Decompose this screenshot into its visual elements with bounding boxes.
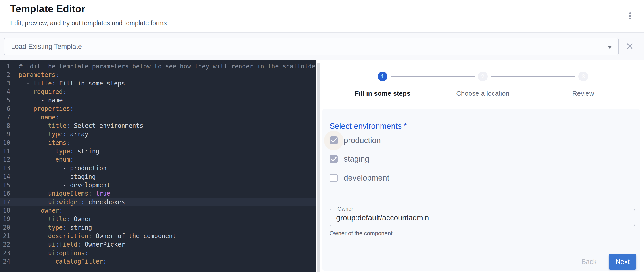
code-line[interactable]: 9 type: array [0, 130, 316, 138]
owner-input[interactable] [336, 209, 628, 226]
code-text: type: string [10, 223, 92, 232]
line-number: 22 [0, 240, 10, 248]
step-circle-3: 3 [578, 72, 588, 81]
code-line[interactable]: 1# Edit the template parameters below to… [0, 62, 316, 70]
code-line[interactable]: 24 catalogFilter: [0, 257, 316, 265]
code-text: properties: [10, 104, 74, 113]
line-number: 6 [0, 104, 10, 113]
code-text: type: string [10, 147, 99, 155]
line-number: 4 [0, 87, 10, 96]
code-line[interactable]: 3 - title: Fill in some steps [0, 79, 316, 87]
code-line[interactable]: 2parameters: [0, 70, 316, 79]
line-number: 12 [0, 155, 10, 164]
checkbox-row-development[interactable]: development [330, 173, 389, 183]
load-template-bar: Load Existing Template [0, 33, 644, 60]
line-number: 8 [0, 121, 10, 130]
line-number: 16 [0, 189, 10, 198]
more-vertical-icon [629, 13, 631, 14]
code-text: description: Owner of the component [10, 232, 176, 240]
page-title: Template Editor [10, 3, 85, 15]
line-number: 21 [0, 232, 10, 240]
line-number: 2 [0, 70, 10, 79]
code-line[interactable]: 13 - production [0, 164, 316, 172]
line-number: 5 [0, 96, 10, 104]
code-text: uniqueItems: true [10, 189, 110, 198]
more-vertical-icon [629, 18, 631, 20]
more-options-button[interactable] [625, 9, 635, 23]
step-label: Review [528, 90, 638, 97]
code-line[interactable]: 7 name: [0, 113, 316, 121]
code-text: ui:options: [10, 249, 88, 257]
load-template-select[interactable]: Load Existing Template [4, 38, 619, 55]
code-line[interactable]: 8 title: Select environments [0, 121, 316, 130]
form-step-card: Select environments * productionstagingd… [322, 109, 640, 271]
checkbox-label[interactable]: staging [344, 154, 369, 164]
step-connector [491, 76, 575, 77]
environments-label-text: Select environments [330, 122, 402, 131]
code-line[interactable]: 16 uniqueItems: true [0, 189, 316, 198]
yaml-code-editor[interactable]: 1# Edit the template parameters below to… [0, 60, 316, 272]
code-text: type: array [10, 130, 88, 138]
step-circle-2: 2 [478, 72, 488, 81]
code-text: catalogFilter: [10, 257, 106, 265]
step-circle-1: 1 [378, 72, 388, 81]
line-number: 24 [0, 257, 10, 265]
code-line[interactable]: 14 - staging [0, 172, 316, 181]
checkbox-row-production[interactable]: production [330, 135, 381, 146]
line-number: 18 [0, 206, 10, 215]
close-button[interactable] [626, 43, 634, 51]
load-template-placeholder: Load Existing Template [11, 43, 82, 51]
step-label: Fill in some steps [327, 90, 438, 97]
owner-field[interactable]: Owner [330, 209, 635, 226]
code-line[interactable]: 18 owner: [0, 206, 316, 215]
code-text: enum: [10, 155, 74, 164]
line-number: 19 [0, 215, 10, 223]
code-text: - title: Fill in some steps [10, 79, 125, 87]
code-text: owner: [10, 206, 63, 215]
environments-label: Select environments * [330, 122, 407, 131]
code-line[interactable]: 17 ui:widget: checkboxes [0, 198, 316, 206]
line-number: 17 [0, 198, 10, 206]
code-line[interactable]: 12 enum: [0, 155, 316, 164]
checkbox-row-staging[interactable]: staging [330, 154, 369, 164]
checkmark-icon [330, 137, 338, 145]
close-icon [626, 43, 634, 50]
code-line[interactable]: 21 description: Owner of the component [0, 232, 316, 240]
checkbox-production[interactable] [330, 137, 338, 145]
code-line[interactable]: 10 items: [0, 139, 316, 147]
code-line[interactable]: 4 required: [0, 87, 316, 96]
code-text: title: Select environments [10, 121, 143, 130]
code-text: items: [10, 139, 70, 147]
owner-helper-text: Owner of the component [330, 230, 392, 237]
code-text: - development [10, 181, 110, 189]
panel-scrollbar[interactable] [317, 63, 320, 272]
checkmark-icon [330, 155, 338, 163]
code-text: parameters: [10, 70, 59, 79]
page-subtitle: Edit, preview, and try out templates and… [10, 20, 167, 27]
checkbox-staging[interactable] [330, 155, 338, 163]
line-number: 10 [0, 139, 10, 147]
code-line[interactable]: 11 type: string [0, 147, 316, 155]
code-line[interactable]: 20 type: string [0, 223, 316, 232]
code-text: # Edit the template parameters below to … [10, 62, 316, 70]
line-number: 9 [0, 130, 10, 138]
next-button[interactable]: Next [608, 254, 636, 269]
line-number: 11 [0, 147, 10, 155]
line-number: 23 [0, 249, 10, 257]
checkbox-label[interactable]: production [344, 136, 381, 145]
code-text: ui:widget: checkboxes [10, 198, 125, 206]
code-line[interactable]: 23 ui:options: [0, 249, 316, 257]
code-line[interactable]: 22 ui:field: OwnerPicker [0, 240, 316, 248]
checkbox-development[interactable] [330, 174, 338, 182]
code-text: title: Owner [10, 215, 92, 223]
checkbox-label[interactable]: development [344, 173, 389, 183]
code-text: - production [10, 164, 106, 172]
code-line[interactable]: 15 - development [0, 181, 316, 189]
more-vertical-icon [629, 15, 631, 17]
back-button[interactable]: Back [577, 254, 601, 269]
line-number: 15 [0, 181, 10, 189]
line-number: 20 [0, 223, 10, 232]
code-line[interactable]: 6 properties: [0, 104, 316, 113]
code-line[interactable]: 19 title: Owner [0, 215, 316, 223]
code-line[interactable]: 5 - name [0, 96, 316, 104]
